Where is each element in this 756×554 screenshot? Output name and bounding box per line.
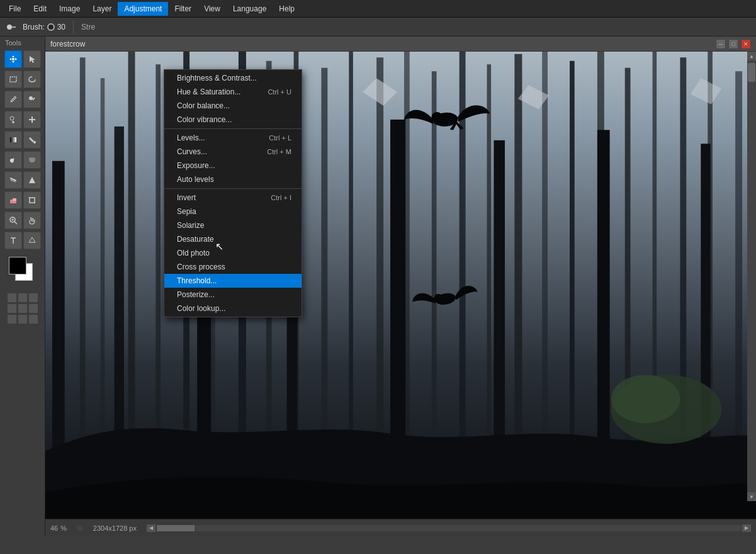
dot-5 [18,304,27,313]
svg-point-6 [10,116,14,120]
scroll-down[interactable]: ▼ [747,492,756,501]
menu-color-vibrance[interactable]: Color vibrance... [164,113,302,127]
scroll-up[interactable]: ▲ [747,52,756,60]
menu-cross-process[interactable]: Cross process [164,260,302,274]
brush-circle [47,23,55,31]
menu-edit[interactable]: Edit [27,2,53,16]
separator-2 [164,188,302,189]
window-title: forestcrow [50,40,85,48]
menu-adjustment[interactable]: Adjustment [118,2,168,16]
menu-threshold[interactable]: Threshold... [164,274,302,288]
svg-point-2 [12,58,14,60]
menu-exposure[interactable]: Exposure... [164,159,302,172]
menu-language[interactable]: Language [227,2,273,16]
toolbar-brush-icon [5,21,18,33]
menu-sepia[interactable]: Sepia [164,205,302,218]
separator-1 [164,128,302,129]
tool-row-1 [4,50,41,68]
tool-move[interactable] [4,50,22,68]
tool-zoom[interactable] [4,212,22,229]
dot-3 [29,293,38,302]
svg-rect-20 [155,64,161,465]
forest-scene [45,52,756,519]
tool-row-6 [4,151,41,169]
menu-color-balance[interactable]: Color balance... [164,99,302,113]
menu-old-photo[interactable]: Old photo [164,246,302,260]
tool-row-8 [4,191,41,209]
menu-color-lookup[interactable]: Color lookup... [164,302,302,315]
tool-rect-select[interactable] [4,71,22,88]
svg-rect-19 [128,52,135,492]
tool-brush[interactable] [23,91,41,108]
scroll-left[interactable]: ◀ [147,524,155,532]
tool-hand[interactable] [23,212,41,229]
tool-crop[interactable] [23,191,41,209]
window-titlebar: forestcrow ─ □ ✕ [45,37,756,52]
pattern-grid [8,293,38,324]
menubar: File Edit Image Layer Adjustment Filter … [0,0,756,18]
svg-rect-35 [570,61,575,468]
menu-image[interactable]: Image [53,2,86,16]
window-maximize[interactable]: □ [728,39,738,49]
tool-dodge[interactable] [4,151,22,169]
tool-heal[interactable] [23,111,41,128]
scroll-right[interactable]: ▶ [742,524,751,532]
menu-brightness-contrast[interactable]: Brightness & Contrast... [164,71,302,85]
tool-sharpen[interactable] [23,171,41,189]
toolbar-separator [73,21,74,33]
image-dimensions: 2304x1728 px [93,524,137,532]
svg-rect-13 [13,198,16,201]
menu-posterize[interactable]: Posterize... [164,288,302,302]
svg-rect-18 [101,78,105,458]
menu-hue-saturation[interactable]: Hue & Saturation... Ctrl + U [164,85,302,99]
menu-layer[interactable]: Layer [86,2,118,16]
menu-file[interactable]: File [3,2,27,16]
dot-9 [29,315,38,324]
menu-invert[interactable]: Invert Ctrl + I [164,191,302,205]
menu-filter[interactable]: Filter [168,2,198,16]
tool-burn[interactable] [23,151,41,169]
tool-shape[interactable] [23,232,41,249]
tool-smudge[interactable] [4,171,22,189]
tool-lasso[interactable] [23,71,41,88]
menu-help[interactable]: Help [273,2,301,16]
svg-rect-17 [80,57,86,472]
foreground-color[interactable] [9,257,26,274]
menu-solarize[interactable]: Solarize [164,218,302,232]
tool-gradient[interactable] [4,131,22,149]
svg-rect-41 [735,71,742,458]
dot-6 [29,304,38,313]
tool-row-9 [4,212,41,229]
menu-desaturate[interactable]: Desaturate [164,232,302,246]
svg-rect-1 [11,26,16,28]
tool-eraser[interactable] [4,191,22,209]
scrollbar-vertical: ▲ ▼ [747,52,756,501]
svg-rect-3 [10,77,16,82]
window-close[interactable]: ✕ [741,39,751,49]
menu-levels[interactable]: Levels... Ctrl + L [164,131,302,145]
tool-select-arrow[interactable] [23,50,41,68]
statusbar: 46 % % 2304x1728 px ◀ ▶ [45,519,756,536]
scroll-track-h[interactable] [157,525,741,531]
svg-marker-11 [29,177,35,183]
scroll-thumb[interactable] [748,63,755,82]
menu-curves[interactable]: Curves... Ctrl + M [164,145,302,159]
window-minimize[interactable]: ─ [716,39,726,49]
menu-auto-levels[interactable]: Auto levels [164,172,302,186]
zoom-level: 46 % [50,524,67,532]
menu-view[interactable]: View [198,2,227,16]
svg-rect-33 [514,54,522,475]
tool-text[interactable] [4,232,22,249]
main-area: Tools [0,37,756,536]
canvas-area: forestcrow ─ □ ✕ [45,37,756,536]
dot-7 [8,315,16,324]
tool-clone[interactable] [4,111,22,128]
svg-point-55 [611,375,680,423]
scroll-thumb-h[interactable] [157,525,195,531]
tool-row-2 [4,71,41,88]
tool-paint-bucket[interactable] [23,131,41,149]
svg-rect-32 [487,64,492,465]
toolbar-stretch: Stre [81,23,95,31]
scroll-h-container: ◀ ▶ [147,524,751,532]
tool-pencil[interactable] [4,91,22,108]
